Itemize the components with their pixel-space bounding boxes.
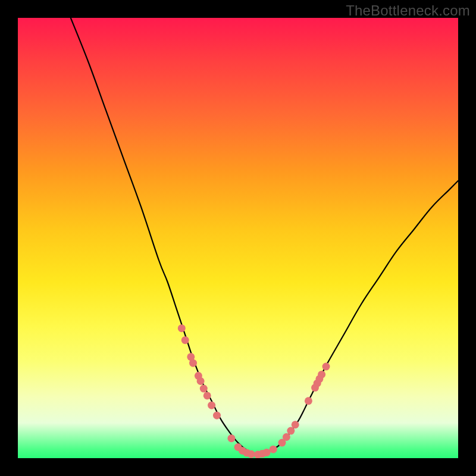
data-marker (203, 392, 211, 399)
data-marker (189, 359, 197, 367)
data-marker (292, 421, 299, 428)
data-marker (200, 385, 208, 393)
marker-group (178, 324, 330, 458)
curve-left-curve (71, 18, 256, 455)
chart-svg (18, 18, 458, 458)
plot-area (18, 18, 458, 458)
data-marker (213, 412, 221, 419)
data-marker (227, 434, 235, 442)
data-marker (322, 363, 330, 371)
data-marker (197, 377, 205, 385)
data-marker (208, 402, 215, 409)
data-marker (270, 446, 277, 453)
curve-right-curve (256, 181, 458, 455)
data-marker (318, 371, 325, 378)
data-marker (305, 397, 312, 405)
curve-group (71, 18, 458, 455)
chart-frame: TheBottleneck.com (0, 0, 476, 476)
data-marker (178, 324, 186, 332)
data-marker (248, 450, 255, 458)
data-marker (181, 336, 189, 344)
watermark-text: TheBottleneck.com (346, 2, 470, 19)
data-marker (263, 449, 271, 456)
